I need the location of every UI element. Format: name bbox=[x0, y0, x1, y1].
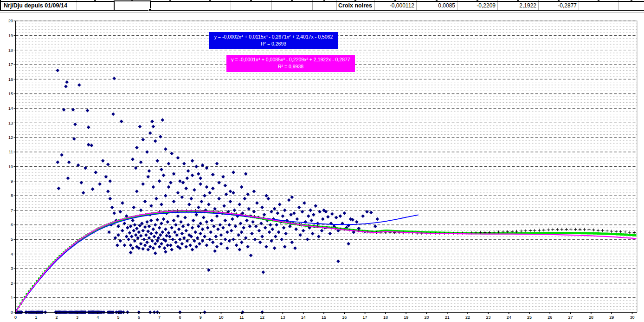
x-tick-label: 7 bbox=[158, 315, 161, 320]
trendline-label-blue[interactable]: y = -0,0002x⁴ + 0,0115x³ - 0,2671x² + 2,… bbox=[209, 32, 338, 49]
x-tick-label: 4 bbox=[97, 315, 99, 320]
x-tick-label: 26 bbox=[547, 315, 552, 320]
y-tick-label: 18 bbox=[8, 48, 13, 53]
trendline-blue[interactable] bbox=[16, 212, 419, 312]
y-tick-label: 7 bbox=[11, 208, 13, 213]
x-tick-label: 0 bbox=[14, 315, 17, 320]
x-tick-label: 29 bbox=[609, 315, 614, 320]
y-tick-label: 15 bbox=[8, 92, 13, 96]
x-tick-label: 16 bbox=[342, 315, 347, 320]
x-tick-label: 20 bbox=[424, 315, 429, 320]
y-tick-label: 12 bbox=[8, 135, 13, 140]
y-tick-label: 6 bbox=[11, 223, 13, 227]
x-tick-label: 18 bbox=[383, 315, 388, 320]
x-tick-label: 6 bbox=[138, 315, 140, 320]
chart-area[interactable]: 0123456789101112131415161718192001234567… bbox=[0, 13, 644, 322]
x-tick-label: 10 bbox=[219, 315, 223, 320]
x-tick-label: 23 bbox=[486, 315, 490, 320]
equation-text-magenta: y = -0,0001x⁴ + 0,0085x³ - 0,2209x² + 2,… bbox=[226, 56, 355, 63]
sheet-cell[interactable]: -0,2209 bbox=[457, 1, 497, 10]
y-axis bbox=[14, 21, 16, 312]
sheet-cell[interactable]: 0,0085 bbox=[416, 1, 457, 10]
row-bottom-border bbox=[0, 10, 644, 11]
sheet-left-border bbox=[0, 0, 1, 11]
x-tick-label: 17 bbox=[363, 315, 367, 320]
y-tick-label: 3 bbox=[11, 266, 13, 271]
r2-text-magenta: R² = 0,9938 bbox=[226, 63, 355, 70]
chart-top-edge bbox=[0, 13, 644, 13]
x-tick-label: 24 bbox=[507, 315, 511, 320]
y-tick-label: 0 bbox=[11, 310, 13, 315]
y-tick-label: 5 bbox=[11, 237, 13, 242]
x-tick-label: 3 bbox=[76, 315, 78, 320]
y-tick-label: 8 bbox=[11, 193, 13, 198]
spreadsheet-header-row: Nrj/Dju depuis 01/09/14Croix noires-0,00… bbox=[0, 0, 644, 13]
x-tick-label: 15 bbox=[322, 315, 326, 320]
x-tick-label: 5 bbox=[117, 315, 119, 320]
x-tick-label: 12 bbox=[260, 315, 264, 320]
x-tick-label: 9 bbox=[200, 315, 202, 320]
x-tick-label: 14 bbox=[301, 315, 306, 320]
selected-cell[interactable] bbox=[114, 0, 151, 11]
y-tick-label: 4 bbox=[11, 252, 13, 256]
y-tick-label: 19 bbox=[8, 33, 13, 38]
x-tick-label: 22 bbox=[465, 315, 470, 320]
trendline-label-magenta[interactable]: y = -0,0001x⁴ + 0,0085x³ - 0,2209x² + 2,… bbox=[226, 55, 355, 72]
equation-text-blue: y = -0,0002x⁴ + 0,0115x³ - 0,2671x² + 2,… bbox=[209, 33, 338, 40]
x-tick-label: 27 bbox=[568, 315, 573, 320]
y-tick-label: 11 bbox=[9, 150, 13, 154]
y-tick-label: 2 bbox=[11, 281, 13, 286]
row-top-border bbox=[0, 1, 644, 2]
fill-handle[interactable] bbox=[148, 8, 151, 11]
sheet-cell[interactable]: Nrj/Dju depuis 01/09/14 bbox=[2, 1, 77, 10]
x-tick-label: 30 bbox=[630, 315, 634, 320]
x-tick-label: 25 bbox=[527, 315, 532, 320]
sheet-cell[interactable]: 2,1922 bbox=[497, 1, 538, 10]
x-tick-label: 2 bbox=[56, 315, 58, 320]
y-tick-label: 14 bbox=[8, 106, 13, 111]
x-tick-label: 1 bbox=[35, 315, 37, 320]
sheet-cell[interactable]: -0,000112 bbox=[374, 1, 416, 10]
x-tick-label: 21 bbox=[445, 315, 450, 320]
y-tick-label: 1 bbox=[11, 296, 13, 300]
y-tick-label: 10 bbox=[8, 164, 13, 169]
x-tick-label: 11 bbox=[239, 315, 244, 320]
sheet-cell[interactable]: -0,2877 bbox=[538, 1, 579, 10]
x-tick-label: 13 bbox=[280, 315, 285, 320]
sheet-cell[interactable]: Croix noires bbox=[336, 1, 374, 10]
r2-text-blue: R² = 0,2693 bbox=[209, 40, 338, 47]
y-tick-label: 20 bbox=[8, 19, 13, 23]
y-tick-label: 17 bbox=[8, 62, 13, 67]
x-tick-label: 19 bbox=[404, 315, 408, 320]
y-tick-label: 9 bbox=[11, 179, 13, 184]
x-tick-label: 28 bbox=[589, 315, 593, 320]
screen: Nrj/Dju depuis 01/09/14Croix noires-0,00… bbox=[0, 0, 644, 322]
y-tick-label: 16 bbox=[8, 77, 13, 82]
y-tick-label: 13 bbox=[8, 121, 13, 125]
x-tick-label: 8 bbox=[179, 315, 181, 320]
